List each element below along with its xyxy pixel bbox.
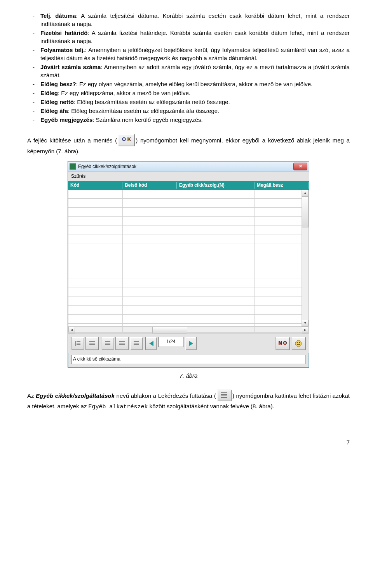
list-item: Előleg: Ez egy előlegszáma, akkor a mező… (27, 89, 350, 97)
svg-rect-8 (105, 343, 110, 343)
term: Jóváírt számla száma (40, 64, 101, 70)
svg-rect-2 (77, 343, 80, 343)
svg-rect-21 (221, 395, 227, 396)
toolbar-query-icon[interactable] (71, 337, 84, 350)
mono-text: Egyéb alkatrészek (89, 404, 148, 410)
figure-caption-7: 7. ábra (27, 371, 350, 380)
scroll-up-icon[interactable]: ▲ (302, 190, 309, 196)
window-title: Egyéb cikkek/szolgáltatások (78, 163, 293, 170)
help-button[interactable] (291, 337, 306, 350)
text: Az (27, 392, 36, 399)
svg-rect-14 (134, 343, 139, 343)
scroll-down-icon[interactable]: ▼ (302, 320, 309, 326)
list-item: Fizetési határidő: A számla fizetési hat… (27, 29, 350, 45)
definition-list: Telj. dátuma: A számla teljesítési dátum… (27, 12, 350, 124)
status-bar: A cikk külső cikkszáma (71, 355, 306, 364)
svg-rect-15 (134, 344, 139, 345)
col-belso-kod[interactable]: Belső kód (122, 182, 177, 189)
svg-point-18 (299, 342, 300, 343)
cancel-button[interactable]: N O (275, 337, 290, 350)
term: Előleg nettó (40, 99, 74, 105)
toolbar-list-icon[interactable] (101, 337, 114, 350)
text: ( (212, 392, 216, 399)
figure-7: Egyéb cikkek/szolgáltatások ✕ Szűrés Kód… (27, 161, 350, 368)
svg-rect-12 (119, 344, 125, 345)
list-item: Előleg besz?: Ez egy olyan végszámla, am… (27, 80, 350, 88)
term: Előleg áfa (40, 108, 68, 114)
toolbar-list2-icon[interactable] (115, 337, 129, 350)
svg-rect-5 (89, 343, 95, 343)
term: Előleg (40, 90, 58, 96)
paragraph-query: Az Egyéb cikkek/szolgáltatások nevű abla… (27, 390, 350, 411)
svg-point-16 (295, 340, 302, 347)
svg-rect-9 (105, 344, 110, 345)
list-item: Folyamatos telj.: Amennyiben a jelölőnég… (27, 46, 350, 62)
list-item: Telj. dátuma: A számla teljesítési dátum… (27, 12, 350, 28)
titlebar: Egyéb cikkek/szolgáltatások ✕ (68, 161, 309, 172)
menu-filter[interactable]: Szűrés (68, 172, 309, 181)
svg-rect-6 (89, 344, 95, 345)
grid-body[interactable]: ▲ ▼ (68, 190, 309, 327)
svg-rect-20 (221, 394, 227, 395)
scroll-thumb[interactable] (152, 327, 187, 333)
nav-next-button[interactable] (185, 337, 197, 350)
window-name-ref: Egyéb cikkek/szolgáltatások (36, 392, 115, 399)
triangle-left-icon (149, 341, 153, 346)
run-query-button-icon (217, 390, 232, 401)
horizontal-scrollbar[interactable]: ◄ ► (68, 327, 309, 334)
vertical-scrollbar[interactable]: ▲ ▼ (302, 190, 309, 326)
toolbar-list3-icon[interactable] (130, 337, 143, 350)
text: A fejléc kitöltése után a (27, 137, 93, 144)
term-text: : Előleg beszámítása esetén az előlegszá… (74, 99, 230, 105)
ok-button-icon: O K (118, 134, 135, 146)
text: ( (113, 137, 117, 144)
query-action-name: Lekérdezés futtatása (158, 392, 213, 399)
svg-point-17 (297, 342, 298, 343)
svg-rect-3 (77, 344, 80, 345)
toolbar-run-query-icon[interactable] (85, 337, 99, 350)
paragraph-save: A fejléc kitöltése után a mentés (O K) n… (27, 135, 350, 155)
svg-rect-13 (134, 341, 139, 342)
list-item: Egyéb megjegyzés: Számlára nem kerülő eg… (27, 116, 350, 124)
dialog-window: Egyéb cikkek/szolgáltatások ✕ Szűrés Kód… (68, 161, 309, 368)
no-label: N O (278, 340, 286, 347)
term: Folyamatos telj. (40, 47, 85, 53)
term: Fizetési határidő (40, 29, 87, 36)
record-counter: 1/24 (158, 337, 184, 347)
term-text: : A számla teljesítési dátuma. Korábbi s… (40, 12, 350, 27)
list-item: Előleg áfa: Előleg beszámítása esetén az… (27, 107, 350, 115)
list-item: Jóváírt számla száma: Amennyiben az adot… (27, 63, 350, 79)
svg-rect-1 (77, 341, 80, 342)
window-icon (70, 163, 76, 170)
text: között szolgáltatásként vannak felvéve (… (148, 403, 274, 409)
svg-rect-7 (105, 341, 110, 342)
list-item: Előleg nettó: Előleg beszámítása esetén … (27, 98, 350, 106)
page-number: 7 (27, 438, 350, 446)
svg-rect-4 (89, 341, 95, 342)
term-text: : Ez egy olyan végszámla, amelybe előleg… (76, 81, 313, 87)
term: Telj. dátuma (40, 12, 76, 19)
term-text: : Amennyiben a jelölőnégyzet bejelölésre… (40, 47, 350, 61)
save-action-name: mentés (93, 137, 112, 144)
bottom-toolbar: 1/24 N O (68, 334, 309, 353)
svg-rect-11 (119, 343, 125, 343)
term: Előleg besz? (40, 81, 76, 87)
text: nevű ablakon a (115, 392, 158, 399)
svg-rect-19 (221, 392, 227, 393)
close-button[interactable]: ✕ (293, 163, 307, 170)
svg-rect-0 (75, 341, 76, 346)
scroll-thumb[interactable] (302, 196, 309, 227)
term-text: : Ez egy előlegszáma, akkor a mező be va… (58, 90, 190, 96)
col-megall-besz[interactable]: Megáll.besz (254, 182, 309, 189)
term: Egyéb megjegyzés (40, 116, 92, 123)
triangle-right-icon (189, 341, 193, 346)
term-text: : Számlára nem kerülő egyéb megjegyzés. (92, 116, 202, 123)
nav-prev-button[interactable] (145, 337, 157, 350)
col-egyeb-cikk[interactable]: Egyéb cikk/szolg.(N) (177, 182, 254, 189)
svg-rect-22 (221, 397, 227, 398)
grid-header: Kód Belső kód Egyéb cikk/szolg.(N) Megál… (68, 181, 309, 190)
col-kod[interactable]: Kód (68, 182, 122, 189)
term-text: : Előleg beszámítása esetén az előlegszá… (68, 108, 219, 114)
svg-rect-10 (119, 341, 125, 342)
